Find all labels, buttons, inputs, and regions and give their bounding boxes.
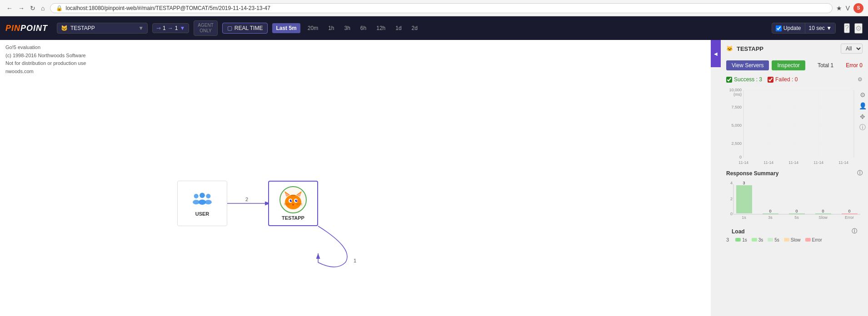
realtime-label: REAL TIME: [234, 25, 263, 31]
svg-rect-57: [736, 185, 752, 213]
svg-point-18: [290, 200, 292, 202]
panel-filter-select[interactable]: All: [841, 44, 863, 54]
right-panel-wrapper: ◀ 🐱 TESTAPP All View Servers Inspector T…: [711, 40, 868, 316]
failed-checkbox[interactable]: [768, 77, 773, 83]
update-interval-selector[interactable]: 10 sec ▼: [805, 23, 836, 33]
svg-text:4: 4: [730, 181, 733, 185]
view-servers-tab[interactable]: View Servers: [726, 60, 769, 70]
update-label: Update: [783, 25, 801, 31]
settings-button[interactable]: ⚙: [854, 23, 863, 34]
filter-dropdown-icon[interactable]: ▼: [180, 25, 185, 31]
user-avatar[interactable]: S: [853, 3, 863, 13]
agent-only-label: AGENTONLY: [198, 23, 213, 33]
lock-icon: 🔒: [56, 5, 63, 11]
reload-button[interactable]: ↻: [28, 4, 37, 13]
12h-button[interactable]: 12h: [374, 23, 388, 33]
help-button[interactable]: ?: [844, 23, 850, 33]
legend-item-error: Error: [805, 237, 822, 242]
6h-button[interactable]: 6h: [358, 23, 369, 33]
svg-text:0: 0: [848, 209, 850, 213]
legend-dot-5s: [768, 238, 773, 242]
app-info-line1: Go!5 evaluation: [5, 44, 705, 52]
legend-dot-error: [805, 238, 811, 242]
svg-text:23:12:32: 23:12:32: [811, 164, 826, 165]
app-info-line2: (c) 1998-2016 Northwoods Software: [5, 52, 705, 60]
chart-help-icon[interactable]: ⓘ: [858, 123, 867, 132]
svg-point-10: [205, 200, 212, 204]
legend-label-slow: Slow: [791, 237, 801, 242]
app-info-line4: nwoods.com: [5, 68, 705, 76]
app-logo: PINPOINT: [5, 24, 48, 33]
url-text: localhost:18080/pinpoint-web/#/main/TEST…: [65, 5, 270, 11]
home-button[interactable]: ⌂: [39, 4, 46, 13]
realtime-icon: ▢: [227, 25, 232, 31]
realtime-button[interactable]: ▢ REAL TIME: [222, 23, 268, 34]
legend-label-1s: 1s: [742, 237, 747, 242]
svg-point-5: [200, 193, 205, 198]
response-help-icon[interactable]: ⓘ: [857, 169, 863, 177]
legend-item-1s: 1s: [735, 237, 747, 242]
success-checkbox[interactable]: [726, 77, 732, 83]
success-stat[interactable]: Success : 3: [726, 76, 762, 83]
extensions-icon[interactable]: V: [846, 5, 850, 12]
chart-zoom-icon[interactable]: ⚙: [858, 90, 867, 99]
svg-text:1s: 1s: [742, 215, 746, 220]
total-stat: Total 1: [818, 62, 833, 69]
error-label: Error: [846, 62, 858, 69]
svg-point-20: [291, 200, 292, 201]
filter-from: 1: [163, 25, 166, 31]
back-button[interactable]: ←: [5, 4, 15, 13]
legend-item-3s: 3s: [752, 237, 763, 242]
forward-button[interactable]: →: [16, 4, 26, 13]
1h-button[interactable]: 1h: [325, 23, 337, 33]
svg-text:0: 0: [730, 212, 733, 216]
3h-button[interactable]: 3h: [342, 23, 353, 33]
update-group: Update 10 sec ▼: [772, 23, 836, 34]
url-bar[interactable]: 🔒 localhost:18080/pinpoint-web/#/main/TE…: [50, 3, 832, 13]
chart-settings-icon[interactable]: ⚙: [858, 76, 863, 83]
svg-point-21: [296, 200, 297, 201]
20m-button[interactable]: 20m: [305, 23, 321, 33]
bookmark-icon[interactable]: ★: [836, 5, 842, 12]
legend-dot-3s: [752, 238, 757, 242]
total-label: Total: [818, 62, 829, 69]
canvas-connections: 2 1: [0, 40, 711, 316]
svg-point-7: [194, 194, 199, 198]
failed-stat[interactable]: Failed : 0: [768, 76, 798, 83]
user-icon: [191, 190, 214, 208]
2d-button[interactable]: 2d: [409, 23, 420, 33]
update-checkbox-label[interactable]: Update: [772, 23, 805, 33]
user-node[interactable]: USER: [177, 181, 227, 226]
timeseries-chart-area: 10,000 (ms) 7,500 5,000 2,500 0: [721, 86, 868, 167]
browser-right-icons: ★ V S: [836, 3, 863, 13]
testapp-node[interactable]: TESTAPP: [268, 181, 318, 226]
agent-only-button[interactable]: AGENTONLY: [194, 20, 217, 36]
left-panel: Go!5 evaluation (c) 1998-2016 Northwoods…: [0, 40, 711, 316]
chart-resize-icon[interactable]: ✥: [858, 112, 867, 121]
last5m-button[interactable]: Last 5m: [272, 23, 300, 33]
total-value: 1: [831, 62, 834, 69]
tomcat-icon: [279, 186, 307, 213]
load-help-icon[interactable]: ⓘ: [852, 227, 857, 235]
app-selector[interactable]: 🐱 TESTAPP ▼: [57, 23, 148, 34]
interval-arrow-icon: ▼: [826, 25, 832, 31]
svg-text:(ms): (ms): [733, 92, 742, 97]
1d-button[interactable]: 1d: [393, 23, 404, 33]
panel-toggle-button[interactable]: ◀: [711, 40, 721, 67]
svg-text:23:13:47: 23:13:47: [836, 164, 851, 165]
chart-user-icon[interactable]: 👤: [858, 101, 867, 110]
panel-app-name: TESTAPP: [737, 45, 837, 52]
panel-tabs: View Servers Inspector Total 1 Error 0: [721, 58, 868, 74]
inspector-tab[interactable]: Inspector: [772, 60, 805, 70]
app-info: Go!5 evaluation (c) 1998-2016 Northwoods…: [0, 40, 711, 79]
main-container: Go!5 evaluation (c) 1998-2016 Northwoods…: [0, 40, 868, 316]
testapp-node-label: TESTAPP: [282, 215, 304, 221]
app-selector-name: TESTAPP: [70, 25, 95, 31]
nav-buttons[interactable]: ← → ↻ ⌂: [5, 4, 46, 13]
update-checkbox[interactable]: [776, 25, 782, 31]
filter-to: 1: [175, 25, 178, 31]
load-title: Load ⓘ: [726, 225, 863, 236]
legend-label-5s: 5s: [774, 237, 779, 242]
panel-header: 🐱 TESTAPP All: [721, 40, 868, 58]
error-value: 0: [859, 62, 863, 69]
